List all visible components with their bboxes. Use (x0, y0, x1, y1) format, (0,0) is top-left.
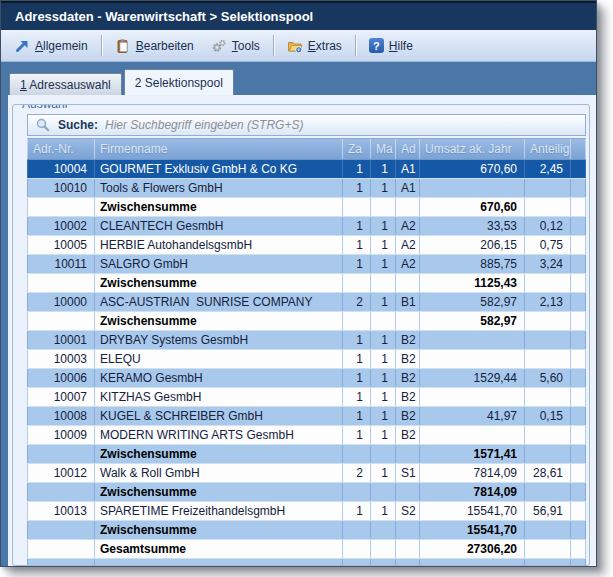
cell-firmenname: SALGRO GmbH (95, 255, 343, 273)
subtotal-row[interactable]: Zwischensumme 7814,09 (27, 483, 586, 502)
total-row[interactable]: Gesamtsumme 27306,20 (27, 540, 586, 559)
table-row[interactable]: 10006 KERAMO GesmbH 1 1 B2 1529,44 5,60 (27, 369, 586, 388)
toolbar-button-allgemein[interactable]: Allgemein (6, 35, 96, 57)
cell-firmenname: GOURMET Exklusiv GmbH & Co KG (95, 160, 343, 178)
cell-extra (571, 255, 586, 273)
column-header-ad[interactable]: Ad (396, 139, 420, 159)
screen: Adressdaten - Warenwirtschaft > Selektio… (0, 0, 613, 577)
cell-ma: 1 (371, 369, 396, 387)
cell-ma: 1 (371, 464, 396, 482)
cell-firmenname: Zwischensumme (95, 274, 343, 292)
toolbar-button-extras[interactable]: Extras (279, 35, 350, 57)
column-header-ma[interactable]: Ma (371, 139, 396, 159)
tab-adressauswahl[interactable]: 1 Adressauswahl (9, 73, 122, 95)
column-header-firmenname[interactable]: Firmenname (95, 139, 343, 159)
tab-strip: 1 Adressauswahl 2 Selektionspool (1, 62, 596, 95)
cell-umsatz: 7814,09 (420, 483, 525, 501)
cell-umsatz (420, 388, 525, 406)
cell-ad: S1 (396, 464, 420, 482)
cell-anteilig: 0,75 (525, 236, 571, 254)
search-bar[interactable]: Suche: (27, 114, 586, 136)
table-row[interactable]: 10002 CLEANTECH GesmbH 1 1 A2 33,53 0,12 (27, 217, 586, 236)
subtotal-row[interactable]: Zwischensumme 1125,43 (27, 274, 586, 293)
cell-adr-nr: 10012 (27, 464, 95, 482)
cell-za (343, 483, 371, 501)
toolbar-button-tools[interactable]: Tools (203, 35, 268, 57)
clipboard-icon (115, 38, 131, 54)
cell-ma (371, 445, 396, 463)
cell-ma: 1 (371, 331, 396, 349)
cell-extra (571, 521, 586, 539)
cell-extra (571, 464, 586, 482)
search-label: Suche: (58, 118, 98, 132)
cell-za (343, 198, 371, 216)
table-row[interactable]: 10003 ELEQU 1 1 B2 (27, 350, 586, 369)
cell-anteilig (525, 559, 571, 566)
cell-ma: 1 (371, 502, 396, 520)
cell-adr-nr: 10007 (27, 388, 95, 406)
cell-ad: A1 (396, 160, 420, 178)
column-header-adr-nr[interactable]: Adr.-Nr. (27, 139, 95, 159)
cell-ma (371, 483, 396, 501)
cell-extra (571, 293, 586, 311)
cell-extra (571, 540, 586, 558)
subtotal-row[interactable]: Zwischensumme 582,97 (27, 312, 586, 331)
cell-adr-nr (27, 445, 95, 463)
cell-ad: B2 (396, 350, 420, 368)
table-row[interactable]: 10013 SPARETIME FreizeithandelsgmbH 1 1 … (27, 502, 586, 521)
column-header-anteilig[interactable]: Anteilig (525, 139, 571, 159)
subtotal-row[interactable]: Zwischensumme 1571,41 (27, 445, 586, 464)
cell-anteilig: 2,45 (525, 160, 571, 178)
cell-firmenname (95, 559, 343, 566)
cell-ad: A2 (396, 255, 420, 273)
cell-adr-nr: 10011 (27, 255, 95, 273)
cell-ma: 1 (371, 350, 396, 368)
cell-firmenname: CLEANTECH GesmbH (95, 217, 343, 235)
table-row[interactable]: 10000 ASC-AUSTRIAN SUNRISE COMPANY 2 1 B… (27, 293, 586, 312)
table-rows: 10004 GOURMET Exklusiv GmbH & Co KG 1 1 … (27, 160, 586, 566)
cell-za (343, 445, 371, 463)
cell-ma (371, 198, 396, 216)
toolbar-button-hilfe[interactable]: ? Hilfe (361, 35, 421, 56)
table-row[interactable]: 10005 HERBIE AutohandelsgsmbH 1 1 A2 206… (27, 236, 586, 255)
cell-ad: B2 (396, 407, 420, 425)
cell-firmenname: HERBIE AutohandelsgsmbH (95, 236, 343, 254)
table-row[interactable]: 10012 Walk & Roll GmbH 2 1 S1 7814,09 28… (27, 464, 586, 483)
table-row[interactable]: 10009 MODERN WRITING ARTS GesmbH 1 1 B2 (27, 426, 586, 445)
cell-ma: 1 (371, 236, 396, 254)
cell-firmenname: Gesamtsumme (95, 540, 343, 558)
cell-anteilig: 28,61 (525, 464, 571, 482)
cell-extra (571, 312, 586, 330)
search-input[interactable] (105, 118, 578, 132)
cell-anteilig (525, 179, 571, 197)
cell-umsatz (420, 331, 525, 349)
table-row[interactable]: 10011 SALGRO GmbH 1 1 A2 885,75 3,24 (27, 255, 586, 274)
table-row[interactable]: 10008 KUGEL & SCHREIBER GmbH 1 1 B2 41,9… (27, 407, 586, 426)
cell-umsatz: 670,60 (420, 198, 525, 216)
cell-firmenname: DRYBAY Systems GesmbH (95, 331, 343, 349)
table-row[interactable]: 10004 GOURMET Exklusiv GmbH & Co KG 1 1 … (27, 160, 586, 179)
table-row[interactable]: 10007 KITZHAS GesmbH 1 1 B2 (27, 388, 586, 407)
cell-adr-nr: 10000 (27, 293, 95, 311)
column-header-za[interactable]: Za (343, 139, 371, 159)
cell-ad: A2 (396, 217, 420, 235)
cell-umsatz: 41,97 (420, 407, 525, 425)
column-header-umsatz[interactable]: Umsatz ak. Jahr (420, 139, 525, 159)
cell-za (343, 521, 371, 539)
empty-row[interactable] (27, 559, 586, 566)
window-title-bar: Adressdaten - Warenwirtschaft > Selektio… (1, 1, 596, 30)
table-row[interactable]: 10010 Tools & Flowers GmbH 1 1 A1 (27, 179, 586, 198)
cell-umsatz: 33,53 (420, 217, 525, 235)
cell-firmenname: KUGEL & SCHREIBER GmbH (95, 407, 343, 425)
cell-ad: S2 (396, 502, 420, 520)
subtotal-row[interactable]: Zwischensumme 15541,70 (27, 521, 586, 540)
subtotal-row[interactable]: Zwischensumme 670,60 (27, 198, 586, 217)
cell-za (343, 274, 371, 292)
cell-firmenname: MODERN WRITING ARTS GesmbH (95, 426, 343, 444)
tab-selektionspool[interactable]: 2 Selektionspool (124, 69, 234, 95)
table-row[interactable]: 10001 DRYBAY Systems GesmbH 1 1 B2 (27, 331, 586, 350)
toolbar-button-bearbeiten[interactable]: Bearbeiten (107, 35, 202, 57)
cell-extra (571, 369, 586, 387)
cell-extra (571, 160, 586, 178)
cell-extra (571, 559, 586, 566)
